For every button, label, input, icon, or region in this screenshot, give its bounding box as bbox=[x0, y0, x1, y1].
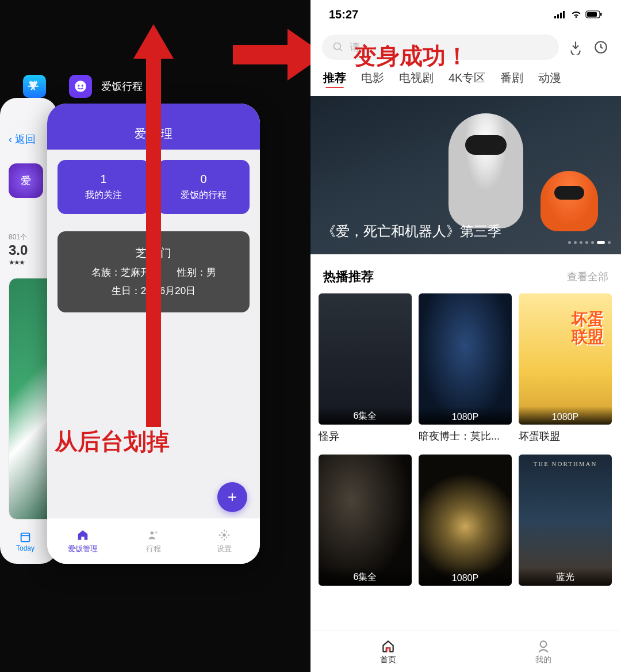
tab-manage[interactable]: 爱饭管理 bbox=[47, 518, 118, 564]
hero-banner[interactable]: 《爱，死亡和机器人》第三季 bbox=[310, 96, 621, 254]
svg-point-6 bbox=[155, 531, 158, 533]
poster-card[interactable]: 1080P bbox=[419, 455, 512, 586]
bottom-navigation: 首页 我的 bbox=[310, 631, 621, 672]
svg-rect-16 bbox=[600, 13, 602, 16]
status-bar: 15:27 bbox=[310, 0, 621, 29]
tab-schedule[interactable]: 行程 bbox=[118, 518, 189, 564]
wifi-icon bbox=[570, 10, 582, 19]
tab-4k[interactable]: 4K专区 bbox=[448, 70, 485, 86]
banner-robot-orange bbox=[540, 171, 598, 231]
svg-rect-11 bbox=[557, 14, 559, 18]
rating-stars: ★★★ bbox=[9, 258, 49, 266]
nav-home[interactable]: 首页 bbox=[310, 631, 466, 672]
tab-tv[interactable]: 电视剧 bbox=[399, 70, 434, 86]
poster-card[interactable]: 1080P 坏蛋联盟 bbox=[519, 293, 612, 443]
svg-rect-10 bbox=[554, 16, 556, 18]
svg-rect-3 bbox=[21, 533, 30, 542]
tab-fanju[interactable]: 番剧 bbox=[500, 70, 523, 86]
banner-title: 《爱，死亡和机器人》第三季 bbox=[322, 222, 501, 240]
tab-recommend[interactable]: 推荐 bbox=[323, 70, 346, 86]
svg-marker-8 bbox=[133, 24, 174, 427]
add-fab-button[interactable]: + bbox=[217, 482, 247, 512]
history-icon[interactable] bbox=[592, 39, 610, 56]
battery-icon bbox=[585, 10, 603, 18]
poster-card[interactable]: 6集全 怪异 bbox=[319, 293, 412, 443]
svg-point-17 bbox=[334, 43, 341, 50]
poster-row-2: 6集全 1080P 蓝光 bbox=[310, 455, 621, 586]
aifan-app-icon bbox=[69, 75, 92, 98]
download-icon[interactable] bbox=[567, 39, 584, 56]
svg-rect-12 bbox=[560, 13, 562, 18]
svg-point-5 bbox=[150, 531, 154, 534]
poster-card[interactable]: 6集全 bbox=[319, 455, 412, 586]
svg-point-2 bbox=[82, 85, 83, 86]
reviews-count: 801个 bbox=[9, 232, 49, 242]
svg-line-18 bbox=[340, 49, 342, 51]
banner-robot-white bbox=[448, 113, 523, 228]
appstore-icon bbox=[23, 75, 46, 98]
tab-today[interactable]: Today bbox=[16, 530, 34, 552]
section-title: 热播推荐 bbox=[323, 268, 374, 285]
svg-point-7 bbox=[223, 533, 227, 537]
svg-point-20 bbox=[540, 641, 547, 647]
app-avatar: 爱 bbox=[9, 163, 43, 198]
view-all-link[interactable]: 查看全部 bbox=[567, 270, 608, 284]
svg-rect-13 bbox=[563, 11, 565, 18]
back-link[interactable]: ‹ 返回 bbox=[9, 133, 36, 145]
poster-card[interactable]: 蓝光 bbox=[519, 455, 612, 586]
svg-point-1 bbox=[78, 85, 79, 86]
status-time: 15:27 bbox=[329, 8, 358, 21]
right-screenshot: 15:27 请 推荐 电影 电视剧 4K专区 番剧 动漫 《爱，死亡和机器人》第… bbox=[310, 0, 621, 672]
annotation-swipe-away: 从后台划掉 bbox=[55, 426, 170, 457]
tab-anime[interactable]: 动漫 bbox=[538, 70, 561, 86]
svg-point-0 bbox=[75, 81, 86, 92]
tab-settings[interactable]: 设置 bbox=[189, 518, 260, 564]
nav-mine[interactable]: 我的 bbox=[466, 631, 621, 672]
poster-card[interactable]: 1080P 暗夜博士：莫比... bbox=[419, 293, 512, 443]
poster-row-1: 6集全 怪异 1080P 暗夜博士：莫比... 1080P 坏蛋联盟 bbox=[310, 293, 621, 443]
banner-pagination bbox=[568, 241, 611, 244]
tab-movie[interactable]: 电影 bbox=[361, 70, 384, 86]
rating-value: 3.0 bbox=[9, 242, 49, 258]
bottom-tabbar: 爱饭管理 行程 设置 bbox=[47, 518, 260, 564]
arrow-up-icon bbox=[133, 24, 174, 427]
svg-rect-15 bbox=[587, 12, 597, 17]
signal-icon bbox=[554, 10, 567, 18]
search-icon bbox=[332, 41, 344, 53]
annotation-transform-success: 变身成功！ bbox=[354, 40, 469, 72]
switcher-icon-row: 爱饭行程 bbox=[23, 75, 143, 98]
